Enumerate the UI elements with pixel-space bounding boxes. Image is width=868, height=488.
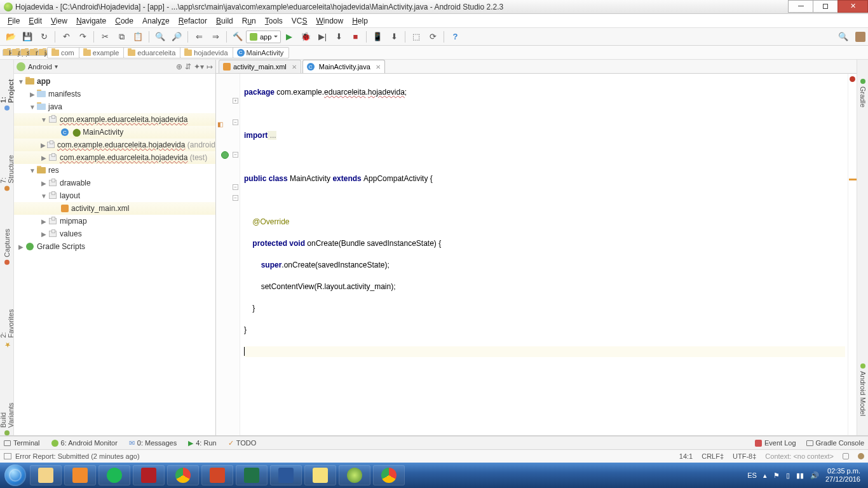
code-editor[interactable]: + ◧ − − − − package com.example.eduarcel… [216,74,857,435]
cut-icon[interactable]: ✂ [97,30,112,44]
bc-hojadevida[interactable]: hojadevida [180,47,233,58]
undo-icon[interactable]: ↶ [58,30,74,44]
line-ending[interactable]: CRLF‡ [702,452,724,460]
tool-tab-android-monitor[interactable]: 6: Android Monitor [51,439,118,447]
status-icon[interactable] [4,453,11,459]
menu-file[interactable]: File [4,15,24,27]
warning-marker-icon[interactable] [849,179,857,180]
tool-tab-terminal[interactable]: Terminal [4,439,40,447]
menu-run[interactable]: Run [238,15,260,27]
user-avatar-icon[interactable] [855,32,865,42]
hector-icon[interactable] [858,453,864,459]
tool-tab-structure[interactable]: 7: Structure [0,149,15,191]
maximize-button[interactable] [813,0,838,13]
lock-icon[interactable] [843,453,849,459]
tab-mainactivity-java[interactable]: CMainActivity.java✕ [302,60,385,73]
bc-com[interactable]: com [47,47,80,58]
copy-icon[interactable]: ⧉ [114,30,129,44]
override-icon[interactable] [221,151,229,159]
taskbar-powerpoint[interactable] [201,465,233,485]
tool-tab-gradle[interactable]: Gradle [859,79,867,107]
tray-volume-icon[interactable]: 🔊 [810,471,819,480]
close-tab-icon[interactable]: ✕ [376,64,381,71]
taskbar-stickynotes[interactable] [304,465,336,485]
tray-battery-icon[interactable]: ▯ [786,471,790,480]
run-icon[interactable]: ▶ [281,30,297,44]
open-icon[interactable]: 📂 [3,30,18,44]
tray-language[interactable]: ES [747,471,757,479]
context-label[interactable]: Context: <no context> [765,452,834,460]
taskbar-media[interactable] [64,465,96,485]
tool-tab-android-model[interactable]: Android Model [859,363,867,416]
tray-network-icon[interactable]: ▮▮ [796,471,804,480]
taskbar-android-studio[interactable] [339,465,370,485]
taskbar-explorer[interactable] [30,465,62,485]
tool-tab-run[interactable]: ▶4: Run [188,439,216,447]
tab-activity-main-xml[interactable]: activity_main.xml✕ [219,60,301,73]
tool-tab-event-log[interactable]: Event Log [755,439,796,447]
forward-icon[interactable]: ⇒ [208,30,223,44]
tool-tab-project[interactable]: 1: Project [0,72,15,111]
avd-icon[interactable]: 📱 [370,30,385,44]
project-tree[interactable]: ▼app ▶manifests ▼java ▼com.example.eduar… [14,74,215,435]
menu-code[interactable]: Code [111,15,137,27]
close-tab-icon[interactable]: ✕ [292,64,297,71]
project-view-label[interactable]: Android [28,63,52,71]
hide-icon[interactable]: ↦ [207,62,213,71]
menu-navigate[interactable]: Navigate [72,15,110,27]
taskbar-word[interactable] [270,465,302,485]
taskbar-excel[interactable] [236,465,268,485]
paste-icon[interactable]: 📋 [130,30,146,44]
structure-icon[interactable]: ⬚ [409,30,424,44]
caret-position[interactable]: 14:1 [679,452,693,460]
start-button[interactable] [3,463,28,488]
file-encoding[interactable]: UTF-8‡ [733,452,756,460]
attach-icon[interactable]: ⬇ [331,30,346,44]
tool-tab-todo[interactable]: ✓TODO [228,439,257,447]
minimize-button[interactable] [788,0,813,13]
collapse-icon[interactable]: ⇵ [185,62,191,71]
find-icon[interactable]: 🔍 [153,30,168,44]
replace-icon[interactable]: 🔎 [169,30,184,44]
menu-tools[interactable]: Tools [261,15,287,27]
search-everywhere-icon[interactable]: 🔍 [836,30,851,44]
scroll-target-icon[interactable]: ⊕ [176,62,182,71]
tool-tab-captures[interactable]: Captures [3,229,11,265]
gear-icon[interactable]: ✦▾ [194,62,204,71]
menu-view[interactable]: View [47,15,71,27]
tray-chevron-icon[interactable]: ▴ [763,471,767,480]
sync-gradle-icon[interactable]: ⟳ [425,30,440,44]
bc-example[interactable]: example [79,47,125,58]
bc-mainactivity[interactable]: CMainActivity [233,47,290,58]
menu-build[interactable]: Build [212,15,237,27]
menu-refactor[interactable]: Refactor [175,15,211,27]
tool-tab-gradle-console[interactable]: Gradle Console [806,439,864,447]
redo-icon[interactable]: ↷ [75,30,90,44]
close-button[interactable]: ✕ [837,0,868,13]
error-stripe[interactable] [848,74,857,435]
profile-icon[interactable]: ▶| [315,30,330,44]
run-config-selector[interactable]: app [246,30,281,43]
bc-eduarceleita[interactable]: eduarceleita [123,47,181,58]
help-icon[interactable]: ? [447,30,463,44]
sdk-icon[interactable]: ⬇ [386,30,402,44]
back-icon[interactable]: ⇐ [191,30,207,44]
editor-gutter[interactable]: + ◧ − − − − [216,74,240,435]
tool-tab-favorites[interactable]: ★2: Favorites [0,303,15,349]
taskbar-spotify[interactable] [98,465,130,485]
menu-window[interactable]: Window [312,15,347,27]
save-icon[interactable]: 💾 [20,30,35,44]
menu-analyze[interactable]: Analyze [139,15,173,27]
tool-tab-messages[interactable]: ✉0: Messages [129,439,177,447]
menu-help[interactable]: Help [348,15,372,27]
make-icon[interactable]: 🔨 [230,30,245,44]
menu-edit[interactable]: Edit [25,15,46,27]
taskbar-chrome2[interactable] [373,465,405,485]
menu-vcs[interactable]: VCS [288,15,311,27]
tray-flag-icon[interactable]: ⚑ [773,471,780,480]
stop-icon[interactable]: ■ [348,30,363,44]
error-marker-icon[interactable] [850,76,855,82]
sync-icon[interactable]: ↻ [36,30,51,44]
taskbar-acrobat[interactable] [133,465,165,485]
debug-icon[interactable]: 🐞 [298,30,313,44]
